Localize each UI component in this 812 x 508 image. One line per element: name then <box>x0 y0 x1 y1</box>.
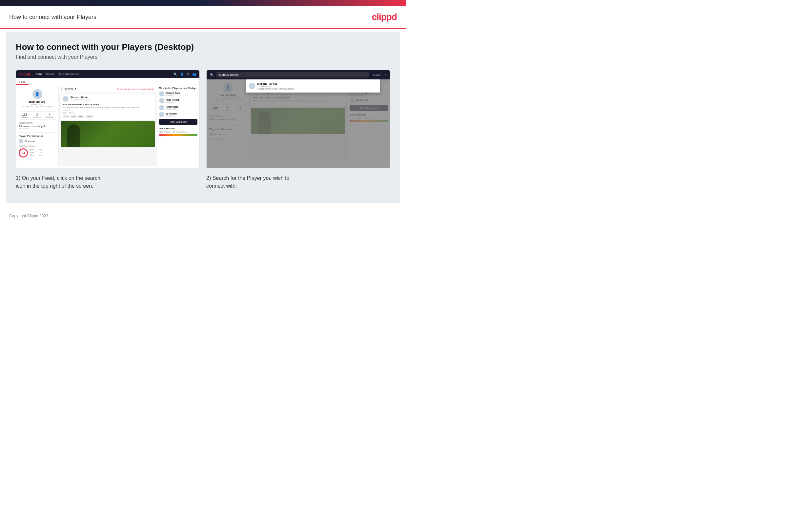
team-heatmap-title: Team Heatmap <box>159 127 197 130</box>
stats-row: 129 Activities 3 Followers 4 Following <box>19 111 56 120</box>
activities-value: 129 <box>21 113 29 116</box>
screenshots-container: clippd Home Teams My Performance 🔍 👤 ⚙ 👥… <box>16 70 390 190</box>
golf-image <box>61 121 155 147</box>
app-logo-1: clippd <box>19 72 30 76</box>
header: How to connect with your Players clippd <box>0 6 406 29</box>
following-label: Following <box>45 116 53 118</box>
page-title: How to connect with your Players <box>9 14 96 21</box>
app-nav-icons: 🔍 👤 ⚙ 👥 <box>174 73 196 76</box>
app-screenshot-1: clippd Home Teams My Performance 🔍 👤 ⚙ 👥… <box>16 70 200 168</box>
profile-club: Mill Ride Golf Club, United Kingdom <box>19 106 56 108</box>
copyright: Copyright Clippd 2022 <box>9 214 48 218</box>
activity-name: Afternoon round of golf <box>19 125 56 128</box>
nav-my-performance[interactable]: My Performance <box>58 73 79 76</box>
player-activities-3: Activities: 3 <box>165 108 197 110</box>
user-icon[interactable]: 👤 <box>180 73 184 76</box>
feed-activity-desc: Walking the course with my coach to buil… <box>63 107 153 109</box>
search-icon[interactable]: 🔍 <box>174 73 178 76</box>
latest-activity: Latest Activity Afternoon round of golf … <box>19 122 56 130</box>
heatmap-marker-neg: -5 <box>159 136 160 138</box>
following-button[interactable]: Following ▼ <box>61 87 79 91</box>
search-result-dropdown: Marcus Turner 1-5 Handicap Cypress Point… <box>246 79 380 92</box>
feed-duration: 02 hr : 00 min <box>63 112 153 114</box>
heatmap-marker-pos: +5 <box>195 136 197 138</box>
profile-section: 👤 Blair McHarg Golf Coach Mill Ride Golf… <box>19 88 56 109</box>
screenshot-2: clippd Home Teams My Performance 👤 Blair… <box>206 70 390 190</box>
search-result-info: Marcus Turner 1-5 Handicap Cypress Point… <box>257 82 294 90</box>
profile-role: Golf Coach <box>19 103 56 106</box>
search-result-avatar <box>249 83 255 89</box>
player-info-3: Hiral Pujara Activities: 3 <box>165 106 197 110</box>
team-dashboard-button[interactable]: Team Dashboard <box>159 119 197 125</box>
stat-bar-app: APP 70 <box>30 152 42 154</box>
following-stat: 4 Following <box>45 113 53 118</box>
player-name-2: Piers Parnell <box>165 99 197 101</box>
player-activities-2: Activities: 4 <box>165 101 197 103</box>
player-item-3: Hiral Pujara Activities: 3 <box>159 105 197 110</box>
golfer-silhouette <box>67 124 80 147</box>
feed-card-header: Richard Butler Yesterday · The Grove <box>63 96 153 102</box>
logo: clippd <box>372 12 397 22</box>
search-input[interactable] <box>217 72 369 78</box>
search-clear-button[interactable]: CLEAR <box>372 73 382 77</box>
stat-bar-arg: ARG 61 <box>30 154 42 156</box>
player-avatar-1 <box>159 91 164 96</box>
avatar: 👤 <box>33 89 42 99</box>
player-info-1: Richard Butler Activities: 7 <box>165 92 197 96</box>
player-item-2: Piers Parnell Activities: 4 <box>159 98 197 103</box>
top-bar <box>0 0 406 6</box>
nav-home[interactable]: Home <box>35 73 42 76</box>
player-name-4: Eli Vincent <box>165 113 197 115</box>
player-item-4: Eli Vincent Activities: 1 <box>159 112 197 117</box>
active-players-title: Most Active Players - Last 30 days <box>159 87 197 89</box>
search-bar-overlay: 🔍 CLEAR × <box>206 70 390 79</box>
app-screenshot-2: clippd Home Teams My Performance 👤 Blair… <box>206 70 390 168</box>
player-avatar-3 <box>159 105 164 110</box>
tag-arg: ARG <box>78 115 85 118</box>
tag-ott: OTT <box>63 115 69 118</box>
search-result-item[interactable]: Marcus Turner 1-5 Handicap Cypress Point… <box>249 82 378 90</box>
main-title: How to connect with your Players (Deskto… <box>16 42 390 52</box>
feed-user-location: Yesterday · The Grove <box>70 99 90 101</box>
app-nav-items: Home Teams My Performance <box>35 73 169 76</box>
following-value: 4 <box>45 113 53 116</box>
latest-activity-label: Latest Activity <box>19 122 56 124</box>
app-body-1: 👤 Blair McHarg Golf Coach Mill Ride Golf… <box>16 85 199 166</box>
player-item-1: Richard Butler Activities: 7 <box>159 91 197 96</box>
feed-card: Richard Butler Yesterday · The Grove Pre… <box>61 94 155 120</box>
search-icon-overlay: 🔍 <box>210 73 214 77</box>
player-avatar-2 <box>159 98 164 103</box>
team-heatmap-bar <box>159 134 197 136</box>
stat-bars: OTT 79 APP 70 <box>30 149 42 157</box>
activities-stat: 129 Activities <box>21 113 29 118</box>
score-circle: 84 <box>19 148 28 158</box>
player-avatar-4 <box>159 112 164 117</box>
feed-activity-title: Pre Tournament Course Walk <box>63 103 153 106</box>
app-nav-1: clippd Home Teams My Performance 🔍 👤 ⚙ 👥 <box>16 70 199 78</box>
tag-putt: PUTT <box>86 115 93 118</box>
player-name-3: Hiral Pujara <box>165 106 197 108</box>
nav-teams[interactable]: Teams <box>46 73 54 76</box>
pp-player-name: Eli Vincent <box>25 140 52 142</box>
profile-name: Blair McHarg <box>19 100 56 103</box>
search-close-button[interactable]: × <box>385 73 387 77</box>
avatar-icon[interactable]: 👥 <box>192 73 196 76</box>
footer: Copyright Clippd 2022 <box>0 209 406 223</box>
team-heatmap-subtitle: Player Quality · 20 Round Trend <box>159 131 197 133</box>
tag-app: APP <box>70 115 77 118</box>
settings-icon[interactable]: ⚙ <box>187 73 190 76</box>
player-info-2: Piers Parnell Activities: 4 <box>165 99 197 103</box>
feed-user-name: Richard Butler <box>70 96 90 99</box>
search-result-handicap: 1-5 Handicap <box>257 85 294 88</box>
app-middle-feed: Following ▼ Control who can see your act… <box>59 85 157 166</box>
activity-date: 27 Jul 2022 <box>19 128 56 130</box>
following-header: Following ▼ Control who can see your act… <box>59 85 157 92</box>
feed-tab[interactable]: Feed <box>16 79 29 85</box>
pp-player-row: Eli Vincent ⌄ <box>19 139 56 143</box>
main-subtitle: Find and connect with your Players <box>16 54 390 60</box>
control-link[interactable]: Control who can see your activity and da… <box>117 88 154 90</box>
search-result-club: Cypress Point Club, United Kingdom <box>257 88 294 90</box>
player-info-4: Eli Vincent Activities: 1 <box>165 113 197 117</box>
followers-stat: 3 Followers <box>33 113 41 118</box>
activities-label: Activities <box>21 116 29 118</box>
